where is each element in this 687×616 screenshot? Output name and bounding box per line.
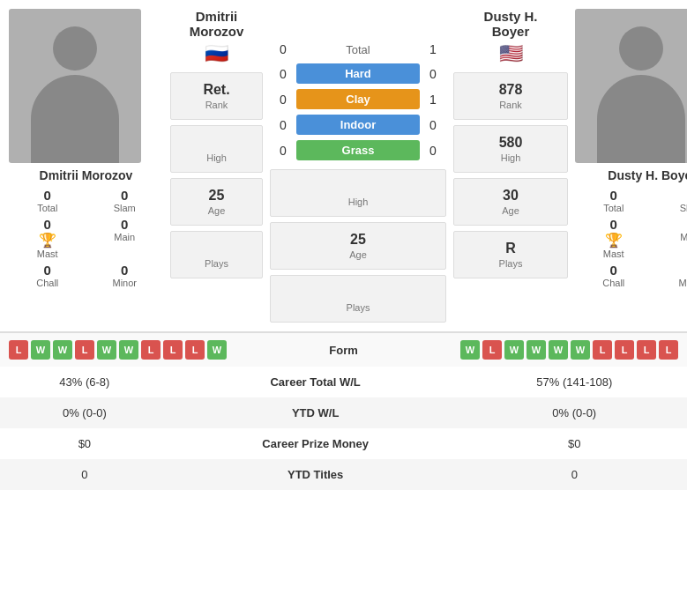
right-plays-value: R: [505, 241, 516, 256]
left-main-value: 0: [121, 217, 128, 232]
grass-right-score: 0: [420, 144, 446, 158]
stats-table: 43% (6-8)Career Total W/L57% (141-108)0%…: [0, 367, 687, 490]
left-chall-label: Chall: [36, 278, 58, 288]
form-badge: W: [549, 340, 568, 360]
form-badge: W: [97, 340, 116, 360]
surface-comparison-col: 0 Total 1 0 Hard 0 0 Clay 1 0 Indoor 0: [270, 9, 446, 323]
stat-right-value: 0% (0-0): [462, 397, 687, 428]
right-player-name: Dusty H. Boyer: [575, 168, 687, 182]
form-badge: W: [460, 340, 480, 360]
indoor-row: 0 Indoor 0: [270, 115, 446, 135]
form-badge: L: [9, 340, 28, 360]
right-age-label: Age: [502, 205, 519, 216]
left-flag: 🇷🇺: [170, 42, 263, 65]
hard-badge: Hard: [296, 63, 420, 84]
left-player-avatar: [9, 9, 141, 163]
right-rank-label: Rank: [499, 100, 522, 110]
hard-left-score: 0: [270, 67, 296, 81]
right-total-label: Total: [603, 203, 624, 213]
left-rank-box: Ret. Rank: [170, 72, 263, 120]
right-age-value: 30: [503, 188, 519, 204]
stat-left-value: 0: [0, 459, 169, 490]
right-minor-cell: 0 Minor: [657, 263, 688, 288]
left-age-label: Age: [208, 205, 226, 216]
total-right-score: 1: [420, 42, 446, 56]
form-badge: W: [119, 340, 138, 360]
right-flag: 🇺🇸: [453, 42, 568, 65]
left-player-name: Dmitrii Morozov: [9, 168, 163, 182]
left-name-header: Dmitrii Morozov: [170, 9, 263, 39]
right-mast-value: 0: [610, 217, 617, 232]
clay-right-score: 1: [420, 93, 446, 107]
left-mast-label: Mast: [37, 249, 58, 259]
left-plays-box: Plays: [170, 231, 263, 278]
form-section: LWWLWWLLLW Form WLWWWWLLLL: [0, 331, 687, 367]
center-age-lbl: Age: [349, 249, 367, 260]
left-chall-value: 0: [44, 263, 51, 278]
form-badge: L: [637, 340, 656, 360]
form-badge: W: [571, 340, 590, 360]
indoor-left-score: 0: [270, 118, 296, 132]
form-badge: W: [207, 340, 227, 360]
stats-row: 43% (6-8)Career Total W/L57% (141-108): [0, 367, 687, 397]
right-name-line2: Boyer: [453, 24, 568, 39]
indoor-badge: Indoor: [296, 115, 420, 135]
form-badge: W: [31, 340, 50, 360]
left-name-line1: Dmitrii: [170, 9, 263, 24]
clay-row: 0 Clay 1: [270, 89, 446, 109]
stat-center-label: Career Total W/L: [169, 367, 462, 397]
left-rank-label: Rank: [205, 100, 228, 110]
center-high-val: [356, 179, 360, 195]
center-plays-val: [356, 285, 360, 301]
left-chall-cell: 0 Chall: [13, 263, 82, 288]
stats-row: 0YTD Titles0: [0, 459, 687, 490]
grass-left-score: 0: [270, 144, 296, 158]
left-form-badges: LWWLWWLLLW: [9, 340, 227, 360]
clay-badge: Clay: [296, 89, 420, 109]
stat-left-value: 0% (0-0): [0, 397, 169, 428]
stats-row: $0Career Prize Money$0: [0, 428, 687, 459]
stats-row: 0% (0-0)YTD W/L0% (0-0): [0, 397, 687, 428]
center-age-box: 25 Age: [270, 222, 446, 270]
right-rank-box: 878 Rank: [453, 72, 568, 120]
center-age-val: 25: [350, 232, 366, 248]
right-form-badges: WLWWWWLLLL: [460, 340, 678, 360]
stat-right-value: 0: [462, 459, 687, 490]
left-high-box: High: [170, 125, 263, 173]
indoor-right-score: 0: [420, 118, 446, 132]
main-container: Dmitrii Morozov 0 Total 0 Slam 0 🏆Mast 0…: [0, 0, 687, 490]
left-player-column: Dmitrii Morozov 0 Total 0 Slam 0 🏆Mast 0…: [9, 9, 163, 323]
form-badge: L: [163, 340, 183, 360]
left-main-cell: 0 Main: [91, 217, 160, 259]
right-main-label: Main: [680, 232, 687, 242]
form-badge: W: [53, 340, 72, 360]
stat-center-label: YTD W/L: [169, 397, 462, 428]
total-left-score: 0: [270, 42, 296, 56]
right-total-cell: 0 Total: [579, 188, 648, 213]
left-age-box: 25 Age: [170, 178, 263, 226]
right-mast-label: Mast: [603, 249, 624, 259]
center-plays-box: Plays: [270, 275, 446, 323]
left-mast-value: 0: [44, 217, 51, 232]
hard-row: 0 Hard 0: [270, 63, 446, 84]
left-plays-label: Plays: [205, 258, 228, 269]
right-high-box: 580 High: [453, 125, 568, 173]
center-high-lbl: High: [348, 197, 369, 207]
right-player-column: Dusty H. Boyer 0 Total 0 Slam 0 🏆Mast 0 …: [575, 9, 687, 323]
total-row: 0 Total 1: [270, 42, 446, 56]
stat-left-value: $0: [0, 428, 169, 459]
right-chall-value: 0: [610, 263, 617, 278]
right-rank-value: 878: [499, 82, 523, 98]
stat-left-value: 43% (6-8): [0, 367, 169, 397]
left-name-line2: Morozov: [170, 24, 263, 39]
right-chall-cell: 0 Chall: [579, 263, 648, 288]
left-total-value: 0: [44, 188, 51, 203]
form-label: Form: [329, 344, 358, 357]
right-high-value: 580: [499, 135, 523, 151]
left-plays-value: [214, 241, 218, 256]
center-plays-lbl: Plays: [347, 302, 370, 313]
total-label: Total: [296, 43, 420, 56]
form-badge: W: [504, 340, 524, 360]
right-minor-label: Minor: [678, 278, 687, 288]
right-main-cell: 0 Main: [657, 217, 688, 259]
